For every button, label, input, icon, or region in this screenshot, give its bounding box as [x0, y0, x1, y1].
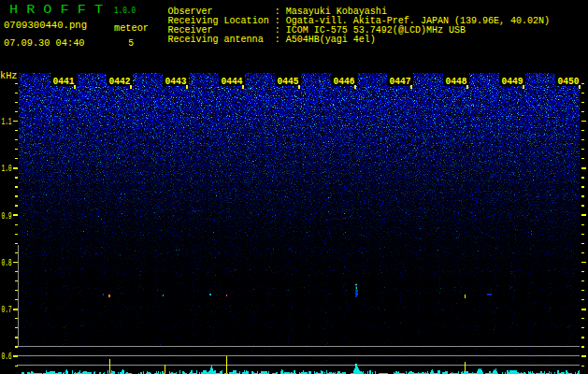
svg-text:1.0: 1.0 — [1, 162, 11, 174]
svg-text:5: 5 — [128, 37, 134, 49]
svg-text:0445: 0445 — [278, 76, 299, 87]
svg-text:0444: 0444 — [222, 76, 243, 87]
svg-text:0443: 0443 — [165, 76, 187, 87]
svg-text:0709300440.png: 0709300440.png — [4, 19, 87, 31]
svg-text:0.6: 0.6 — [1, 350, 11, 362]
svg-text:Receiving antenna : A504HB(ya: Receiving antenna : A504HB(yagi 4el) — [168, 35, 376, 45]
svg-text:H R O F F T: H R O F F T — [9, 3, 103, 17]
svg-text:0.9: 0.9 — [1, 209, 11, 222]
svg-text:0.8: 0.8 — [1, 256, 11, 268]
svg-text:1.1: 1.1 — [1, 115, 11, 127]
svg-text:kHz: kHz — [0, 70, 18, 81]
svg-text:0441: 0441 — [53, 76, 75, 87]
svg-text:0.7: 0.7 — [1, 303, 11, 315]
svg-text:07.09.30 04:40: 07.09.30 04:40 — [4, 36, 85, 49]
svg-text:0450: 0450 — [558, 76, 580, 87]
svg-text:0449: 0449 — [502, 76, 523, 87]
svg-text:meteor: meteor — [114, 22, 149, 34]
svg-text:0442: 0442 — [109, 76, 131, 87]
svg-text:0448: 0448 — [446, 76, 467, 87]
svg-text:1.0.0: 1.0.0 — [114, 5, 136, 16]
svg-text:0446: 0446 — [334, 76, 355, 87]
svg-text:0447: 0447 — [390, 76, 411, 87]
